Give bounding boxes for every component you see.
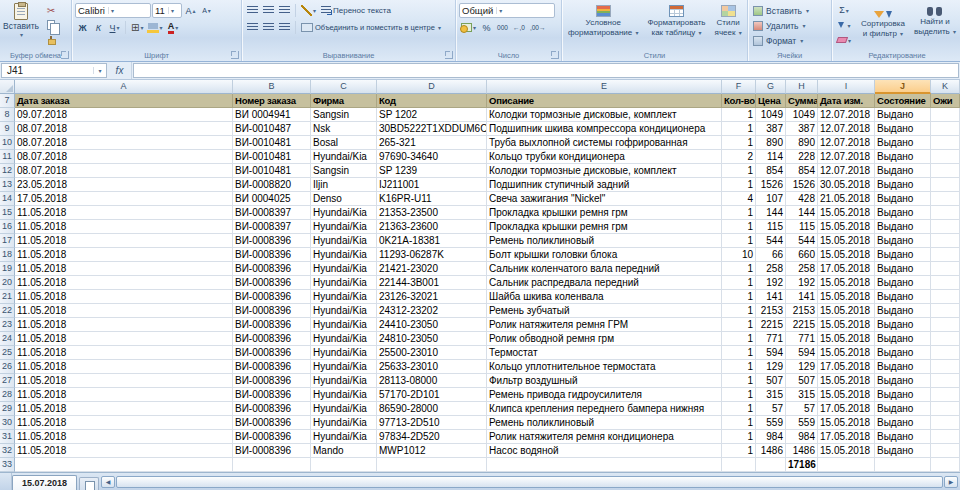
cell[interactable]: 11.05.2018 xyxy=(15,220,233,234)
cell[interactable]: 09.07.2018 xyxy=(15,108,233,122)
cell[interactable]: Hyundai/Kia xyxy=(311,248,377,262)
name-box[interactable]: J41 ▾ xyxy=(1,63,107,78)
column-header-B[interactable]: B xyxy=(233,80,311,94)
cell[interactable]: 11.05.2018 xyxy=(15,234,233,248)
cell[interactable]: 15.05.2018 xyxy=(818,444,875,458)
cell[interactable]: Hyundai/Kia xyxy=(311,304,377,318)
cell[interactable]: 30.05.2018 xyxy=(818,178,875,192)
cell[interactable] xyxy=(875,458,931,472)
cell[interactable]: ВИ-0010487 xyxy=(233,122,311,136)
cell[interactable]: ВИ-0008396 xyxy=(233,444,311,458)
cell[interactable]: Термостат xyxy=(487,346,722,360)
sheet-tab[interactable]: 15.07.2018 xyxy=(12,475,77,490)
cell[interactable]: 1 xyxy=(722,444,756,458)
cell[interactable]: 15.05.2018 xyxy=(818,220,875,234)
cell[interactable]: ВИ-0008396 xyxy=(233,430,311,444)
copy-button[interactable] xyxy=(42,18,60,32)
cell[interactable]: 1 xyxy=(722,178,756,192)
cell[interactable]: Выдано xyxy=(875,430,931,444)
cell[interactable]: 129 xyxy=(786,360,818,374)
cell[interactable] xyxy=(931,234,960,248)
row-header-9[interactable]: 9 xyxy=(0,122,15,136)
cell[interactable]: 97713-2D510 xyxy=(377,416,487,430)
column-header-F[interactable]: F xyxy=(722,80,756,94)
cell[interactable]: 08.07.2018 xyxy=(15,150,233,164)
cell[interactable]: 21421-23020 xyxy=(377,262,487,276)
cell[interactable]: Кол-во xyxy=(722,94,756,108)
cell[interactable]: Ролик обводной ремня грм xyxy=(487,332,722,346)
cell[interactable]: Ролик натяжителя ремня ГРМ xyxy=(487,318,722,332)
column-header-A[interactable]: A xyxy=(15,80,233,94)
cell[interactable]: ВИ-0008820 xyxy=(233,178,311,192)
cell[interactable]: 11.05.2018 xyxy=(15,206,233,220)
font-size-select[interactable]: 11▾ xyxy=(152,3,182,18)
cell[interactable] xyxy=(931,304,960,318)
cell[interactable]: 11.05.2018 xyxy=(15,402,233,416)
row-header-15[interactable]: 15 xyxy=(0,206,15,220)
cell[interactable]: Hyundai/Kia xyxy=(311,430,377,444)
cell[interactable]: 2215 xyxy=(756,318,786,332)
cell[interactable] xyxy=(311,458,377,472)
dialog-launcher-icon[interactable] xyxy=(231,51,239,59)
cell[interactable]: 1526 xyxy=(756,178,786,192)
row-header-14[interactable]: 14 xyxy=(0,192,15,206)
cell[interactable] xyxy=(931,458,960,472)
cell[interactable]: 15.05.2018 xyxy=(818,290,875,304)
cell[interactable]: Выдано xyxy=(875,388,931,402)
cell[interactable]: 25633-23010 xyxy=(377,360,487,374)
cell[interactable]: 11.05.2018 xyxy=(15,360,233,374)
cell[interactable]: Выдано xyxy=(875,206,931,220)
cell[interactable]: Выдано xyxy=(875,108,931,122)
cell[interactable]: Hyundai/Kia xyxy=(311,332,377,346)
cell-styles-button[interactable]: Стили ячеек ▾ xyxy=(712,3,745,39)
cell[interactable]: 17.05.2018 xyxy=(818,360,875,374)
row-header-17[interactable]: 17 xyxy=(0,234,15,248)
cell[interactable] xyxy=(931,346,960,360)
cell[interactable]: Шайба шкива коленвала xyxy=(487,290,722,304)
cell[interactable]: Выдано xyxy=(875,360,931,374)
cell[interactable]: 11.05.2018 xyxy=(15,374,233,388)
cell[interactable]: Подшипник шкива компрессора кондиционера xyxy=(487,122,722,136)
cell[interactable]: Кольцо уплотнительное термостата xyxy=(487,360,722,374)
cell[interactable] xyxy=(233,458,311,472)
insert-function-button[interactable]: fx xyxy=(108,62,132,79)
cell[interactable]: 1 xyxy=(722,402,756,416)
cell[interactable]: Ожи xyxy=(931,94,960,108)
cell[interactable]: 115 xyxy=(786,220,818,234)
cell[interactable] xyxy=(931,178,960,192)
align-right-button[interactable] xyxy=(277,20,292,35)
align-middle-button[interactable] xyxy=(261,3,276,18)
cell[interactable]: ВИ-0008396 xyxy=(233,360,311,374)
cell[interactable]: 1 xyxy=(722,234,756,248)
row-header-10[interactable]: 10 xyxy=(0,136,15,150)
cell[interactable]: ВИ-0008396 xyxy=(233,234,311,248)
cell[interactable]: Hyundai/Kia xyxy=(311,290,377,304)
cell[interactable]: 08.07.2018 xyxy=(15,136,233,150)
cell[interactable]: 11.05.2018 xyxy=(15,444,233,458)
cell[interactable]: 1 xyxy=(722,374,756,388)
cell[interactable]: Hyundai/Kia xyxy=(311,402,377,416)
dialog-launcher-icon[interactable] xyxy=(445,51,453,59)
cut-button[interactable]: ✂ xyxy=(42,3,60,17)
cell[interactable]: 544 xyxy=(786,234,818,248)
cell[interactable]: 15.05.2018 xyxy=(818,206,875,220)
autosum-button[interactable]: Σ▾ xyxy=(835,3,853,17)
row-header-31[interactable]: 31 xyxy=(0,430,15,444)
cell[interactable]: 107 xyxy=(756,192,786,206)
cell[interactable]: 08.07.2018 xyxy=(15,164,233,178)
cell[interactable]: 1 xyxy=(722,108,756,122)
cell[interactable]: 1 xyxy=(722,416,756,430)
cell[interactable]: 1 xyxy=(722,388,756,402)
column-header-I[interactable]: I xyxy=(818,80,875,94)
cell[interactable]: ВИ 0004941 xyxy=(233,108,311,122)
cell[interactable]: 30BD5222T1XDDUM6CG01 xyxy=(377,122,487,136)
cell[interactable]: 115 xyxy=(756,220,786,234)
cell[interactable]: 11.05.2018 xyxy=(15,332,233,346)
cell[interactable]: 771 xyxy=(786,332,818,346)
cell[interactable]: MWP1012 xyxy=(377,444,487,458)
cell[interactable]: Номер заказа xyxy=(233,94,311,108)
cell[interactable]: 594 xyxy=(756,346,786,360)
cell[interactable] xyxy=(931,206,960,220)
cell[interactable]: ВИ-0008396 xyxy=(233,304,311,318)
wrap-text-button[interactable]: Перенос текста xyxy=(319,3,393,18)
